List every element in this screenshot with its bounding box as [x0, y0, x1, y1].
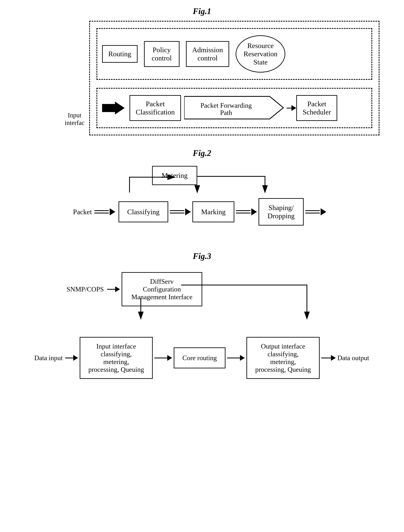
arrow-snmp-diffserv [107, 286, 120, 292]
metering-box: Metering [152, 166, 197, 185]
policy-control-box: Policy control [144, 41, 180, 67]
fig1-outer-border: Routing Policy control Admission control… [89, 21, 379, 135]
input-arrow [102, 101, 125, 114]
arrow-marking-shaping [236, 208, 257, 215]
metering-box-wrapper: Metering [152, 166, 197, 185]
packet-classification-box: Packet Classification [129, 95, 181, 121]
core-routing-box: Core routing [174, 348, 225, 368]
arrow-classifying-marking [170, 208, 191, 215]
arrow-core-output [227, 355, 245, 361]
arrow-to-pfp [181, 108, 182, 108]
fig1-title: Fig.1 [25, 6, 379, 16]
shaping-dropping-box: Shaping/ Dropping [258, 198, 304, 226]
fig3-title: Fig.3 [25, 251, 379, 261]
svg-text:Path: Path [220, 109, 232, 116]
output-arrow-fig2 [305, 208, 326, 215]
input-interfac-label: Input interfac [61, 111, 88, 127]
fig3-bottom-row: Data input Input interface classifying, … [34, 313, 370, 379]
packet-forwarding-path: Packet Forwarding Path [184, 95, 284, 120]
data-output-label: Data output [337, 354, 369, 362]
fig1-data-plane-section: Packet Classification Packet Forwarding … [96, 88, 372, 128]
diffserv-config-box: DiffServ Configuration Management Interf… [122, 272, 202, 306]
routing-box: Routing [102, 45, 138, 63]
arrow-output-data [321, 355, 336, 361]
admission-control-box: Admission control [186, 41, 229, 67]
data-input-label: Data input [34, 354, 63, 362]
fig3-diagram: Fig.3 SNMP/COPS DiffServ Configuration M… [25, 251, 379, 392]
pfp-arrow-svg: Packet Forwarding Path [184, 95, 284, 120]
fig2-diagram: Fig.2 Metering Packet Classifying [25, 148, 379, 238]
packet-input: Packet [73, 208, 115, 216]
fig3-top-row: SNMP/COPS DiffServ Configuration Managem… [34, 272, 370, 306]
input-interface-box: Input interface classifying, metering, p… [80, 337, 153, 379]
fig2-title: Fig.2 [25, 148, 379, 158]
marking-box: Marking [192, 201, 234, 222]
output-interface-box: Output interface classifying, metering, … [246, 337, 320, 379]
fig1-control-plane-section: Routing Policy control Admission control… [96, 28, 372, 80]
arrow-data-input [65, 355, 78, 361]
fig1-diagram: Fig.1 Routing Policy control Admission c… [25, 6, 379, 135]
svg-text:Packet Forwarding: Packet Forwarding [200, 102, 252, 109]
arrow-input-core [154, 355, 172, 361]
arrow-to-scheduler [287, 105, 296, 111]
classifying-box: Classifying [119, 201, 168, 222]
resource-reservation-ellipse: Resource Reservation State [236, 35, 285, 73]
fig2-main-row: Packet Classifying Marking [73, 198, 326, 226]
packet-scheduler-box: Packet Scheduler [296, 95, 337, 121]
